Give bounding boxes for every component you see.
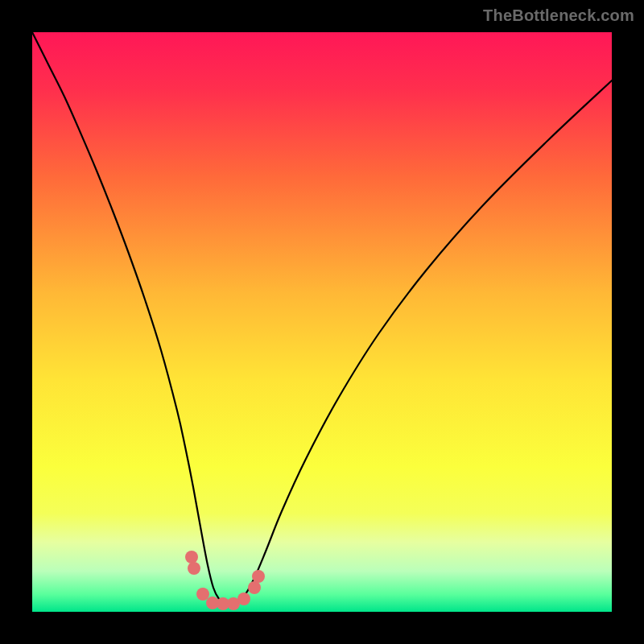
marker-dot — [252, 570, 265, 583]
marker-dot — [196, 588, 209, 601]
bottleneck-curve — [32, 32, 612, 605]
chart-svg — [32, 32, 612, 612]
marker-dot — [237, 592, 250, 605]
marker-dot — [188, 562, 200, 575]
watermark-text: TheBottleneck.com — [483, 6, 634, 25]
outer-frame: TheBottleneck.com — [0, 0, 644, 644]
marker-dot — [185, 551, 198, 564]
marker-dot — [248, 581, 261, 594]
plot-area — [32, 32, 612, 612]
